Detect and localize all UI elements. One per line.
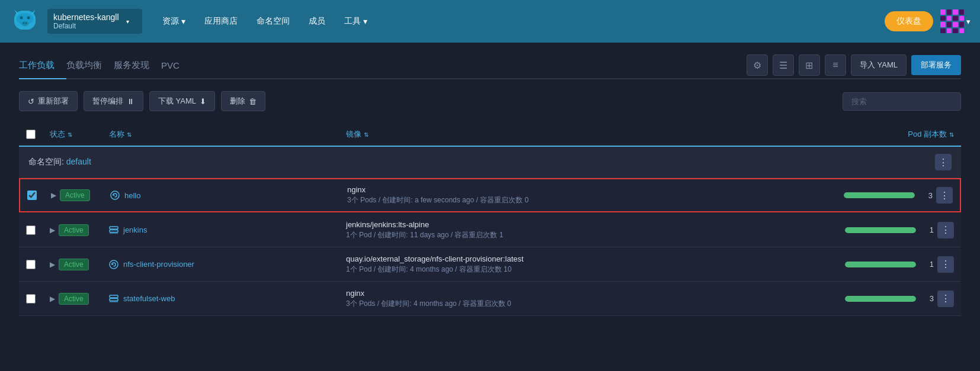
avatar-area[interactable]: ▾	[940, 9, 971, 33]
select-all-checkbox[interactable]	[26, 130, 36, 139]
image-meta: 3个 Pods / 创建时间: 4 months ago / 容器重启次数 0	[346, 299, 835, 309]
play-icon[interactable]: ▶	[50, 226, 55, 234]
toolbar: ↺ 重新部署 暂停编排 ⏸ 下载 YAML ⬇ 删除 🗑	[19, 91, 961, 111]
row-checkbox-col	[26, 260, 50, 269]
nav-tools[interactable]: 工具 ▾	[336, 11, 376, 31]
row-more-button[interactable]: ⋮	[937, 291, 954, 307]
trash-icon: 🗑	[249, 97, 257, 106]
import-yaml-button[interactable]: 导入 YAML	[851, 54, 907, 76]
image-meta: 1个 Pod / 创建时间: 11 days ago / 容器重启次数 1	[346, 230, 835, 240]
row-name[interactable]: hello	[110, 191, 347, 201]
icon-gear-button[interactable]: ⚙	[747, 54, 768, 76]
nav-namespace[interactable]: 命名空间	[248, 11, 298, 31]
progress-bar	[845, 296, 916, 302]
chevron-down-icon-tools: ▾	[363, 17, 367, 26]
table-row: ▶ Active jenkins jenkins/jenkins:lts-alp…	[19, 213, 961, 247]
workload-type-icon	[109, 293, 119, 304]
workload-name-label[interactable]: hello	[124, 191, 140, 200]
nav-members[interactable]: 成员	[300, 11, 334, 31]
progress-bar-container	[845, 262, 916, 267]
row-checkbox-col	[27, 191, 51, 200]
image-name: quay.io/external_storage/nfs-client-prov…	[346, 254, 835, 263]
icon-list-button[interactable]: ☰	[773, 54, 794, 76]
tab-actions: ⚙ ☰ ⊞ ≡ 导入 YAML 部署服务	[747, 54, 961, 76]
more-vert-icon: ⋮	[941, 259, 950, 270]
workload-name-label[interactable]: statefulset-web	[123, 294, 175, 303]
header: kubernetes-kangll Default ▾ 资源 ▾ 应用商店 命名…	[0, 0, 980, 43]
workload-name-label[interactable]: nfs-client-provisioner	[123, 260, 194, 269]
cluster-selector[interactable]: kubernetes-kangll Default ▾	[47, 9, 142, 34]
replica-count: 3	[922, 294, 934, 303]
cluster-info: kubernetes-kangll Default	[53, 12, 119, 30]
row-checkbox[interactable]	[26, 294, 36, 304]
namespace-more-button[interactable]: ⋮	[935, 154, 952, 170]
pod-replicas: 1	[845, 260, 934, 269]
row-more-button[interactable]: ⋮	[937, 222, 954, 238]
row-name[interactable]: nfs-client-provisioner	[109, 259, 346, 269]
name-sort-icon: ⇅	[127, 131, 132, 138]
nav-app-store[interactable]: 应用商店	[196, 11, 246, 31]
status-badge: Active	[60, 189, 90, 201]
workload-name-label[interactable]: jenkins	[123, 225, 147, 234]
download-icon: ⬇	[200, 97, 206, 106]
image-sort-icon: ⇅	[364, 131, 369, 138]
row-checkbox[interactable]	[26, 225, 36, 235]
row-checkbox[interactable]	[26, 260, 36, 269]
row-image-col: nginx 3个 Pods / 创建时间: 4 months ago / 容器重…	[346, 289, 835, 309]
image-col-header[interactable]: 镜像 ⇅	[346, 129, 835, 140]
redeploy-button[interactable]: ↺ 重新部署	[19, 91, 78, 111]
svg-rect-12	[110, 295, 118, 298]
select-all-col	[26, 130, 50, 139]
table-body: ▶ Active hello nginx 3个 Pods / 创建时间: a f…	[19, 178, 961, 316]
row-checkbox-col	[26, 294, 50, 304]
row-image-col: quay.io/external_storage/nfs-client-prov…	[346, 254, 835, 275]
namespace-label-area: 命名空间: default	[28, 157, 91, 167]
workload-type-icon	[110, 191, 120, 201]
search-input[interactable]	[843, 92, 961, 111]
grid-icon: ⊞	[805, 60, 813, 71]
row-status-col: ▶ Active	[50, 293, 109, 305]
dashboard-button[interactable]: 仪表盘	[885, 11, 933, 31]
more-vert-icon: ⋮	[939, 157, 948, 168]
deploy-service-button[interactable]: 部署服务	[911, 55, 961, 75]
delete-button[interactable]: 删除 🗑	[221, 91, 265, 111]
more-vert-icon: ⋮	[940, 190, 949, 201]
name-col-header[interactable]: 名称 ⇅	[109, 129, 346, 140]
pause-button[interactable]: 暂停编排 ⏸	[84, 91, 143, 111]
tab-service-discovery[interactable]: 服务发现	[114, 55, 161, 79]
row-more-button[interactable]: ⋮	[936, 187, 953, 204]
row-name[interactable]: jenkins	[109, 225, 346, 235]
nav-resources[interactable]: 资源 ▾	[154, 11, 194, 31]
row-more-button[interactable]: ⋮	[937, 256, 954, 273]
image-meta: 1个 Pod / 创建时间: 4 months ago / 容器重启次数 10	[346, 264, 835, 275]
download-yaml-button[interactable]: 下载 YAML ⬇	[149, 91, 215, 111]
play-icon[interactable]: ▶	[51, 191, 56, 199]
cluster-env: Default	[53, 22, 119, 30]
status-badge: Active	[59, 224, 89, 236]
pod-replicas: 1	[845, 225, 934, 234]
row-end: 1 ⋮	[835, 256, 954, 273]
tab-pvc[interactable]: PVC	[161, 56, 191, 79]
status-col-header[interactable]: 状态 ⇅	[50, 129, 109, 140]
icon-rows-button[interactable]: ≡	[825, 54, 846, 76]
tab-load-balancing[interactable]: 负载均衡	[66, 55, 114, 79]
svg-point-3	[27, 17, 30, 20]
row-end: 1 ⋮	[835, 222, 954, 238]
row-status-col: ▶ Active	[50, 259, 109, 270]
table-row: ▶ Active statefulset-web nginx 3个 Pods /…	[19, 282, 961, 316]
row-checkbox[interactable]	[27, 191, 37, 200]
workload-type-icon	[109, 225, 119, 235]
progress-bar-container	[845, 296, 916, 302]
row-image-col: nginx 3个 Pods / 创建时间: a few seconds ago …	[347, 185, 834, 205]
replicas-sort-icon: ⇅	[949, 131, 954, 138]
tab-workloads[interactable]: 工作负载	[19, 55, 66, 79]
svg-point-11	[110, 260, 118, 269]
avatar	[940, 9, 964, 33]
row-name[interactable]: statefulset-web	[109, 293, 346, 304]
progress-bar-container	[845, 227, 916, 233]
play-icon[interactable]: ▶	[50, 260, 55, 269]
replicas-col-header[interactable]: Pod 副本数 ⇅	[835, 129, 954, 140]
image-meta: 3个 Pods / 创建时间: a few seconds ago / 容器重启…	[347, 195, 834, 205]
play-icon[interactable]: ▶	[50, 295, 55, 303]
icon-grid-button[interactable]: ⊞	[799, 54, 820, 76]
